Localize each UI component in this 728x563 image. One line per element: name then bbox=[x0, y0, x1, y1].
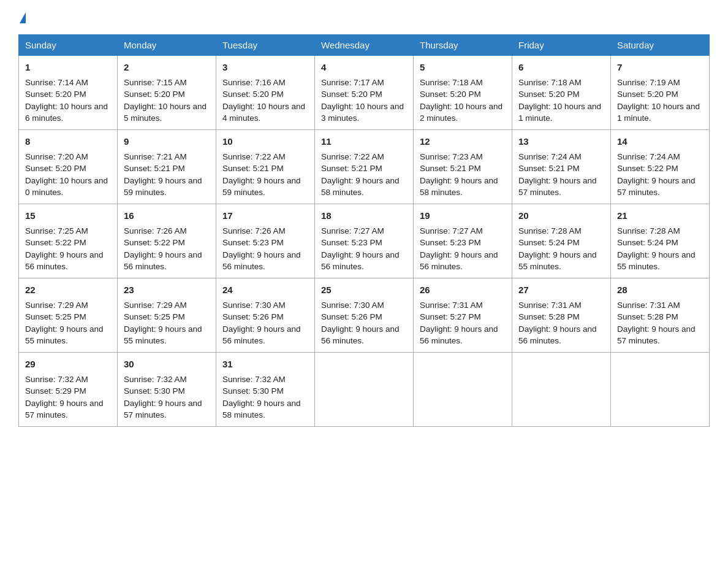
calendar-day-cell: 3 Sunrise: 7:16 AM Sunset: 5:20 PM Dayli… bbox=[216, 56, 315, 130]
sunrise-label: Sunrise: 7:24 AM bbox=[617, 152, 680, 161]
sunrise-label: Sunrise: 7:14 AM bbox=[25, 78, 88, 87]
day-number: 14 bbox=[617, 135, 703, 148]
day-number: 23 bbox=[124, 283, 210, 297]
calendar-header-monday: Monday bbox=[118, 35, 216, 56]
sunset-label: Sunset: 5:21 PM bbox=[222, 164, 284, 173]
day-number: 5 bbox=[420, 61, 506, 74]
sunrise-label: Sunrise: 7:20 AM bbox=[25, 152, 88, 161]
sunrise-label: Sunrise: 7:15 AM bbox=[124, 78, 187, 87]
calendar-day-cell: 22 Sunrise: 7:29 AM Sunset: 5:25 PM Dayl… bbox=[19, 278, 118, 353]
sunset-label: Sunset: 5:20 PM bbox=[124, 90, 185, 99]
calendar-empty-cell bbox=[611, 353, 710, 427]
daylight-label: Daylight: 9 hours and 57 minutes. bbox=[617, 176, 696, 197]
day-number: 7 bbox=[617, 61, 703, 74]
calendar-day-cell: 27 Sunrise: 7:31 AM Sunset: 5:28 PM Dayl… bbox=[512, 278, 611, 353]
calendar-day-cell: 17 Sunrise: 7:26 AM Sunset: 5:23 PM Dayl… bbox=[216, 204, 315, 278]
sunrise-label: Sunrise: 7:18 AM bbox=[420, 78, 483, 87]
calendar-header-sunday: Sunday bbox=[19, 35, 118, 56]
calendar-day-cell: 26 Sunrise: 7:31 AM Sunset: 5:27 PM Dayl… bbox=[414, 278, 512, 353]
sunrise-label: Sunrise: 7:32 AM bbox=[25, 375, 88, 384]
day-number: 6 bbox=[518, 61, 604, 74]
sunrise-label: Sunrise: 7:19 AM bbox=[617, 78, 680, 87]
day-number: 30 bbox=[124, 358, 210, 371]
sunset-label: Sunset: 5:26 PM bbox=[222, 312, 284, 321]
sunset-label: Sunset: 5:22 PM bbox=[617, 164, 678, 173]
day-number: 4 bbox=[321, 61, 407, 74]
calendar-day-cell: 8 Sunrise: 7:20 AM Sunset: 5:20 PM Dayli… bbox=[19, 130, 118, 204]
sunrise-label: Sunrise: 7:27 AM bbox=[321, 226, 384, 236]
sunrise-label: Sunrise: 7:26 AM bbox=[222, 226, 286, 236]
sunset-label: Sunset: 5:26 PM bbox=[321, 312, 382, 321]
sunrise-label: Sunrise: 7:32 AM bbox=[124, 375, 187, 384]
day-number: 21 bbox=[617, 209, 703, 223]
sunset-label: Sunset: 5:21 PM bbox=[124, 164, 185, 173]
daylight-label: Daylight: 9 hours and 57 minutes. bbox=[518, 176, 597, 197]
daylight-label: Daylight: 9 hours and 57 minutes. bbox=[124, 399, 202, 420]
sunset-label: Sunset: 5:22 PM bbox=[25, 238, 86, 247]
sunset-label: Sunset: 5:22 PM bbox=[124, 238, 185, 247]
daylight-label: Daylight: 9 hours and 56 minutes. bbox=[222, 324, 301, 346]
day-number: 9 bbox=[124, 135, 210, 148]
sunset-label: Sunset: 5:21 PM bbox=[321, 164, 382, 173]
sunset-label: Sunset: 5:23 PM bbox=[222, 238, 284, 247]
daylight-label: Daylight: 10 hours and 1 minute. bbox=[617, 102, 700, 123]
daylight-label: Daylight: 10 hours and 4 minutes. bbox=[222, 102, 305, 123]
calendar-day-cell: 12 Sunrise: 7:23 AM Sunset: 5:21 PM Dayl… bbox=[414, 130, 512, 204]
sunset-label: Sunset: 5:20 PM bbox=[420, 90, 481, 99]
day-number: 11 bbox=[321, 135, 407, 148]
sunrise-label: Sunrise: 7:31 AM bbox=[617, 301, 680, 310]
day-number: 16 bbox=[124, 209, 210, 223]
logo-triangle-icon bbox=[20, 12, 26, 23]
page-header bbox=[18, 12, 710, 23]
sunrise-label: Sunrise: 7:31 AM bbox=[420, 301, 483, 310]
day-number: 26 bbox=[420, 283, 506, 297]
sunrise-label: Sunrise: 7:23 AM bbox=[420, 152, 483, 161]
sunrise-label: Sunrise: 7:30 AM bbox=[222, 301, 286, 310]
calendar-day-cell: 16 Sunrise: 7:26 AM Sunset: 5:22 PM Dayl… bbox=[118, 204, 216, 278]
daylight-label: Daylight: 10 hours and 5 minutes. bbox=[124, 102, 207, 123]
calendar-header-tuesday: Tuesday bbox=[216, 35, 315, 56]
day-number: 8 bbox=[25, 135, 111, 148]
daylight-label: Daylight: 9 hours and 55 minutes. bbox=[124, 324, 202, 346]
calendar-day-cell: 29 Sunrise: 7:32 AM Sunset: 5:29 PM Dayl… bbox=[19, 353, 118, 427]
sunrise-label: Sunrise: 7:17 AM bbox=[321, 78, 384, 87]
day-number: 28 bbox=[617, 283, 703, 297]
sunrise-label: Sunrise: 7:22 AM bbox=[321, 152, 384, 161]
sunrise-label: Sunrise: 7:22 AM bbox=[222, 152, 286, 161]
day-number: 27 bbox=[518, 283, 604, 297]
day-number: 20 bbox=[518, 209, 604, 223]
sunset-label: Sunset: 5:23 PM bbox=[420, 238, 481, 247]
logo bbox=[18, 12, 26, 23]
calendar-day-cell: 9 Sunrise: 7:21 AM Sunset: 5:21 PM Dayli… bbox=[118, 130, 216, 204]
day-number: 13 bbox=[518, 135, 604, 148]
sunrise-label: Sunrise: 7:29 AM bbox=[124, 301, 187, 310]
sunrise-label: Sunrise: 7:29 AM bbox=[25, 301, 88, 310]
sunset-label: Sunset: 5:20 PM bbox=[321, 90, 382, 99]
daylight-label: Daylight: 9 hours and 59 minutes. bbox=[222, 176, 301, 197]
sunrise-label: Sunrise: 7:18 AM bbox=[518, 78, 582, 87]
sunrise-label: Sunrise: 7:27 AM bbox=[420, 226, 483, 236]
day-number: 25 bbox=[321, 283, 407, 297]
daylight-label: Daylight: 10 hours and 2 minutes. bbox=[420, 102, 502, 123]
calendar-day-cell: 5 Sunrise: 7:18 AM Sunset: 5:20 PM Dayli… bbox=[414, 56, 512, 130]
daylight-label: Daylight: 10 hours and 6 minutes. bbox=[25, 102, 108, 123]
sunrise-label: Sunrise: 7:24 AM bbox=[518, 152, 582, 161]
sunrise-label: Sunrise: 7:32 AM bbox=[222, 375, 286, 384]
sunrise-label: Sunrise: 7:16 AM bbox=[222, 78, 286, 87]
calendar-week-row: 22 Sunrise: 7:29 AM Sunset: 5:25 PM Dayl… bbox=[19, 278, 710, 353]
calendar-day-cell: 1 Sunrise: 7:14 AM Sunset: 5:20 PM Dayli… bbox=[19, 56, 118, 130]
sunset-label: Sunset: 5:30 PM bbox=[124, 386, 185, 396]
calendar-day-cell: 15 Sunrise: 7:25 AM Sunset: 5:22 PM Dayl… bbox=[19, 204, 118, 278]
sunset-label: Sunset: 5:21 PM bbox=[518, 164, 580, 173]
calendar-day-cell: 6 Sunrise: 7:18 AM Sunset: 5:20 PM Dayli… bbox=[512, 56, 611, 130]
daylight-label: Daylight: 9 hours and 56 minutes. bbox=[222, 250, 301, 272]
calendar-header-wednesday: Wednesday bbox=[315, 35, 414, 56]
sunrise-label: Sunrise: 7:21 AM bbox=[124, 152, 187, 161]
daylight-label: Daylight: 9 hours and 55 minutes. bbox=[617, 250, 696, 272]
calendar-day-cell: 4 Sunrise: 7:17 AM Sunset: 5:20 PM Dayli… bbox=[315, 56, 414, 130]
daylight-label: Daylight: 9 hours and 58 minutes. bbox=[420, 176, 498, 197]
calendar-header-row: SundayMondayTuesdayWednesdayThursdayFrid… bbox=[19, 35, 710, 56]
day-number: 10 bbox=[222, 135, 308, 148]
sunset-label: Sunset: 5:27 PM bbox=[420, 312, 481, 321]
calendar-day-cell: 20 Sunrise: 7:28 AM Sunset: 5:24 PM Dayl… bbox=[512, 204, 611, 278]
